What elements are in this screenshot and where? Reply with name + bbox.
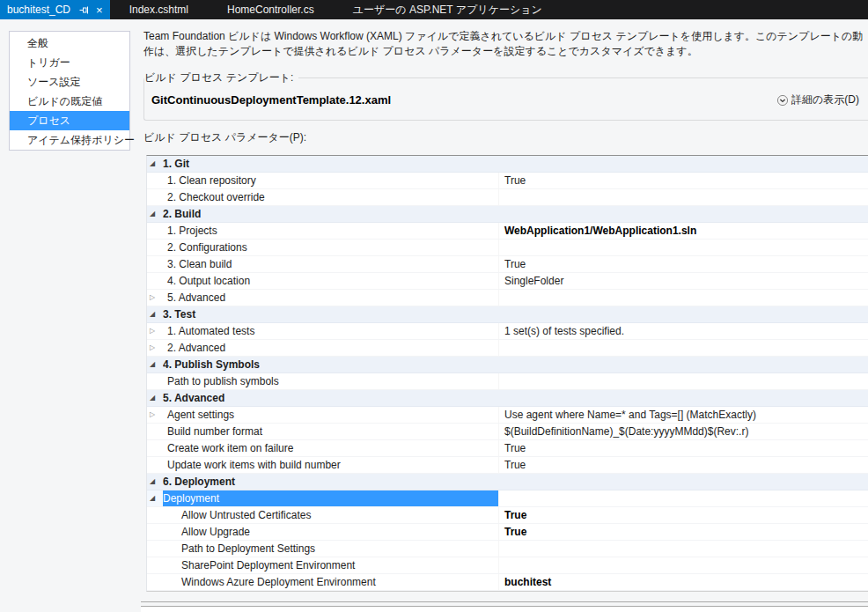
grid-row[interactable]: Windows Azure Deployment Environmentbuch… [147,574,868,591]
grid-row[interactable]: Allow Untrusted CertificatesTrue [147,507,868,524]
parameter-value[interactable] [498,306,868,322]
parameter-value[interactable]: True [498,524,868,540]
parameter-value[interactable] [498,373,868,389]
parameter-value[interactable]: buchitest [498,574,868,590]
parameter-value[interactable] [498,290,868,306]
grid-row[interactable]: Path to publish symbols [147,373,868,390]
expander-expanded-icon[interactable]: ◢ [150,156,155,172]
parameter-value[interactable]: SingleFolder [498,273,868,289]
parameter-value[interactable] [498,357,868,372]
row-gutter [147,189,163,205]
parameter-value[interactable]: True [498,440,868,456]
parameter-name: 2. Build [163,206,498,222]
grid-row[interactable]: Allow UpgradeTrue [147,524,868,541]
parameter-name: Deployment [163,490,498,506]
grid-row[interactable]: ▷5. Advanced [147,290,868,306]
expander-expanded-icon[interactable]: ◢ [150,474,155,490]
grid-row[interactable]: Create work item on failureTrue [147,440,868,457]
expander-expanded-icon[interactable]: ◢ [150,490,155,506]
expander-collapsed-icon[interactable]: ▷ [150,407,155,423]
grid-row[interactable]: ◢1. Git [147,156,868,173]
parameter-name: Path to Deployment Settings [163,541,498,557]
grid-row[interactable]: ▷Agent settingsUse agent where Name=* an… [147,407,868,424]
grid-row[interactable]: Path to Deployment Settings [147,541,868,557]
parameter-value[interactable] [498,340,868,356]
grid-row[interactable]: SharePoint Deployment Environment [147,557,868,574]
grid-row[interactable]: ◢2. Build [147,206,868,223]
parameter-value[interactable] [498,557,868,573]
parameter-value[interactable] [498,156,868,172]
parameter-value[interactable]: True [498,256,868,272]
grid-row[interactable]: 3. Clean buildTrue [147,256,868,273]
parameter-value[interactable]: Use agent where Name=* and Tags=[] (Matc… [498,407,868,423]
sidebar-item-general[interactable]: 全般 [10,33,129,53]
build-definition-editor: buchitest_CD × Index.cshtml HomeControll… [0,0,868,612]
tab-index-cshtml[interactable]: Index.cshtml [110,0,208,19]
grid-row[interactable]: ◢6. Deployment [147,474,868,490]
parameter-name: 2. Checkout override [163,189,498,205]
expander-expanded-icon[interactable]: ◢ [150,357,155,372]
tab-buchitest-cd[interactable]: buchitest_CD × [0,0,110,19]
tab-label: ユーザーの ASP.NET アプリケーション [353,3,542,18]
parameter-value[interactable]: True [498,173,868,188]
row-gutter: ◢ [147,490,163,506]
parameter-value[interactable] [498,390,868,406]
parameter-value[interactable] [498,490,868,506]
sidebar-item-process[interactable]: プロセス [10,111,129,130]
parameter-name: Windows Azure Deployment Environment [163,574,498,590]
grid-row[interactable]: ◢5. Advanced [147,390,868,407]
grid-row[interactable]: Build number format$(BuildDefinitionName… [147,424,868,440]
row-gutter: ▷ [147,340,163,356]
row-gutter: ▷ [147,290,163,306]
parameter-value[interactable] [498,240,868,255]
parameter-value[interactable] [498,541,868,557]
bottom-panel [141,607,868,612]
parameter-name: Allow Untrusted Certificates [163,507,498,523]
sidebar-item-trigger[interactable]: トリガー [10,53,129,72]
grid-row[interactable]: Update work items with build numberTrue [147,457,868,474]
grid-row[interactable]: ◢3. Test [147,306,868,323]
expander-collapsed-icon[interactable]: ▷ [150,340,155,356]
expander-collapsed-icon[interactable]: ▷ [150,290,155,306]
row-gutter: ▷ [147,323,163,339]
parameter-value[interactable] [498,206,868,222]
parameter-value[interactable]: True [498,457,868,473]
row-gutter [147,524,163,540]
close-icon[interactable]: × [96,4,103,16]
grid-row[interactable]: 2. Configurations [147,240,868,256]
parameter-value[interactable]: WebApplication1/WebApplication1.sln [498,223,868,239]
grid-row[interactable]: ◢4. Publish Symbols [147,357,868,373]
expander-expanded-icon[interactable]: ◢ [150,206,155,222]
row-gutter: ◢ [147,206,163,222]
expander-collapsed-icon[interactable]: ▷ [150,323,155,339]
parameter-value[interactable] [498,474,868,490]
parameter-name: 4. Publish Symbols [163,357,498,372]
parameter-name: Agent settings [163,407,498,423]
grid-row[interactable]: ▷1. Automated tests1 set(s) of tests spe… [147,323,868,340]
parameter-value[interactable]: 1 set(s) of tests specified. [498,323,868,339]
tab-label: Index.cshtml [129,4,188,16]
row-gutter: ◢ [147,357,163,372]
show-details-button[interactable]: 詳細の表示(D) [776,92,859,107]
tab-homecontroller-cs[interactable]: HomeController.cs [208,0,334,19]
row-gutter [147,240,163,255]
template-name: GitContinuousDeploymentTemplate.12.xaml [151,93,391,107]
grid-row[interactable]: ◢Deployment [147,490,868,507]
parameter-value[interactable]: $(BuildDefinitionName)_$(Date:yyyyMMdd)$… [498,424,868,439]
sidebar-item-build-defaults[interactable]: ビルドの既定値 [10,92,129,111]
parameter-value[interactable]: True [498,507,868,523]
grid-row[interactable]: ▷2. Advanced [147,340,868,357]
expander-expanded-icon[interactable]: ◢ [150,390,155,406]
tab-aspnet-application[interactable]: ユーザーの ASP.NET アプリケーション [334,0,562,19]
grid-row[interactable]: 1. ProjectsWebApplication1/WebApplicatio… [147,223,868,240]
row-gutter: ◢ [147,306,163,322]
expander-expanded-icon[interactable]: ◢ [150,306,155,322]
chevron-down-icon [776,94,789,107]
grid-row[interactable]: 2. Checkout override [147,189,868,206]
grid-row[interactable]: 4. Output locationSingleFolder [147,273,868,290]
sidebar-item-source-settings[interactable]: ソース設定 [10,72,129,92]
sidebar-item-retention-policy[interactable]: アイテム保持ポリシー [10,130,129,150]
parameter-value[interactable] [498,189,868,205]
pin-icon[interactable] [79,5,89,15]
grid-row[interactable]: 1. Clean repositoryTrue [147,173,868,189]
